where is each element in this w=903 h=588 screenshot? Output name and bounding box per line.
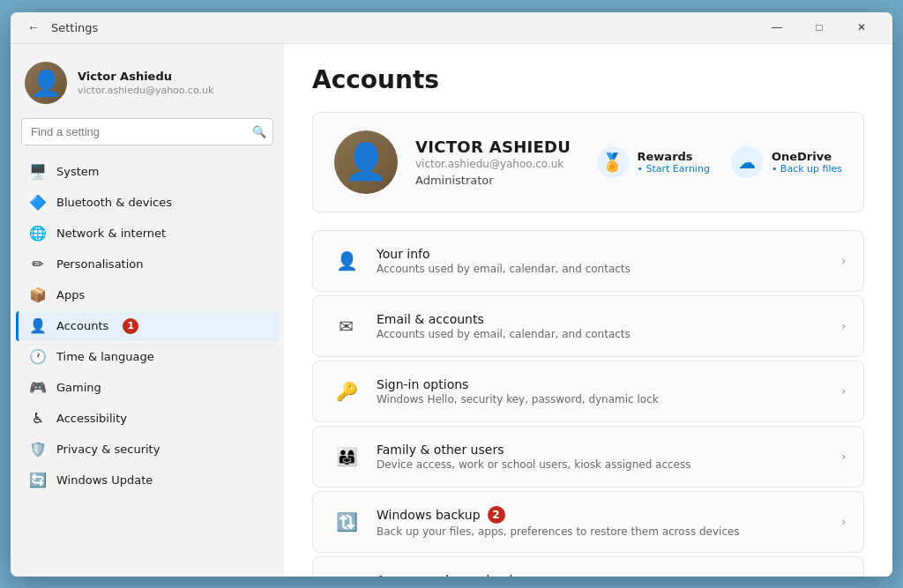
sidebar-item-bluetooth[interactable]: 🔷 Bluetooth & devices <box>16 188 279 218</box>
onedrive-icon: ☁️ <box>731 146 763 178</box>
sidebar-item-personalisation[interactable]: ✏️ Personalisation <box>16 249 279 279</box>
your-info-desc: Accounts used by email, calendar, and co… <box>377 263 827 275</box>
privacy-icon: 🛡️ <box>30 442 46 458</box>
network-icon: 🌐 <box>30 226 46 242</box>
sign-in-chevron: › <box>841 385 846 398</box>
your-info-chevron: › <box>841 255 846 267</box>
onedrive-info: OneDrive • Back up files <box>772 150 842 175</box>
badge-backup: 2 <box>488 506 505 524</box>
settings-item-backup[interactable]: 🔃 Windows backup 2 Back up your files, a… <box>312 491 864 553</box>
sidebar-item-privacy[interactable]: 🛡️ Privacy & security <box>16 435 279 465</box>
profile-card-info: VICTOR ASHIEDU victor.ashiedu@yahoo.co.u… <box>415 138 579 187</box>
settings-item-your-info[interactable]: 👤 Your info Accounts used by email, cale… <box>312 230 864 292</box>
sidebar-item-label-bluetooth: Bluetooth & devices <box>56 196 172 209</box>
sidebar-item-label-privacy: Privacy & security <box>56 443 160 456</box>
gaming-icon: 🎮 <box>30 380 46 396</box>
profile-email: victor.ashiedu@yahoo.co.uk <box>78 85 270 96</box>
sign-in-text: Sign-in options Windows Hello, security … <box>377 377 827 406</box>
profile-card-email: victor.ashiedu@yahoo.co.uk <box>415 158 579 170</box>
settings-item-family[interactable]: 👨‍👩‍👧 Family & other users Device access… <box>312 426 864 488</box>
sidebar-item-label-gaming: Gaming <box>56 381 101 394</box>
titlebar-title: Settings <box>51 21 98 34</box>
search-input[interactable] <box>21 118 273 145</box>
sidebar-item-accounts[interactable]: 👤 Accounts 1 <box>16 311 279 341</box>
main-content: Accounts 👤 VICTOR ASHIEDU victor.ashiedu… <box>284 44 892 577</box>
sidebar-item-apps[interactable]: 📦 Apps <box>16 280 279 310</box>
sidebar-item-accessibility[interactable]: ♿ Accessibility <box>16 404 279 434</box>
backup-title: Windows backup 2 <box>377 506 827 524</box>
search-icon[interactable]: 🔍 <box>252 125 266 138</box>
sidebar-item-time[interactable]: 🕐 Time & language <box>16 342 279 372</box>
profile-info: Victor Ashiedu victor.ashiedu@yahoo.co.u… <box>78 70 270 96</box>
update-icon: 🔄 <box>30 473 46 488</box>
sidebar-item-system[interactable]: 🖥️ System <box>16 157 279 187</box>
your-info-icon: 👤 <box>331 245 362 277</box>
content-area: Victor Ashiedu victor.ashiedu@yahoo.co.u… <box>11 44 892 577</box>
nav-list: 🖥️ System 🔷 Bluetooth & devices 🌐 Networ… <box>11 156 284 496</box>
maximize-button[interactable]: □ <box>799 13 840 41</box>
rewards-icon: 🏅 <box>597 146 629 178</box>
family-text: Family & other users Device access, work… <box>377 443 827 471</box>
sign-in-desc: Windows Hello, security key, password, d… <box>377 393 827 406</box>
rewards-sub: • Start Earning <box>638 163 710 175</box>
badge-accounts: 1 <box>123 318 138 334</box>
profile-card: 👤 VICTOR ASHIEDU victor.ashiedu@yahoo.co… <box>312 112 864 212</box>
backup-chevron: › <box>841 516 846 528</box>
settings-item-sign-in[interactable]: 🔑 Sign-in options Windows Hello, securit… <box>312 361 864 422</box>
settings-item-work-school[interactable]: 💼 Access work or school Organisation res… <box>312 556 864 577</box>
email-accounts-chevron: › <box>841 320 846 332</box>
your-info-title: Your info <box>377 247 827 261</box>
rewards-label: Rewards <box>638 150 710 163</box>
email-accounts-desc: Accounts used by email, calendar, and co… <box>377 328 827 340</box>
close-button[interactable]: ✕ <box>841 13 882 41</box>
sidebar-item-label-time: Time & language <box>56 350 154 363</box>
sidebar-item-label-system: System <box>56 165 99 178</box>
work-school-icon: 💼 <box>331 571 362 577</box>
family-title: Family & other users <box>377 443 827 457</box>
email-accounts-title: Email & accounts <box>377 312 827 326</box>
profile-name: Victor Ashiedu <box>78 70 270 83</box>
sign-in-title: Sign-in options <box>377 377 827 391</box>
back-button[interactable]: ← <box>21 15 46 40</box>
onedrive-sub: • Back up files <box>772 163 842 175</box>
family-chevron: › <box>841 450 846 463</box>
rewards-item[interactable]: 🏅 Rewards • Start Earning <box>597 146 710 178</box>
settings-list: 👤 Your info Accounts used by email, cale… <box>312 230 864 577</box>
your-info-text: Your info Accounts used by email, calend… <box>377 247 827 275</box>
apps-icon: 📦 <box>30 287 46 303</box>
page-title: Accounts <box>312 65 864 94</box>
sidebar-item-label-accessibility: Accessibility <box>56 412 127 425</box>
system-icon: 🖥️ <box>30 164 46 180</box>
sign-in-icon: 🔑 <box>331 376 362 407</box>
backup-icon: 🔃 <box>331 506 362 538</box>
sidebar-item-update[interactable]: 🔄 Windows Update <box>16 465 279 495</box>
sidebar-item-gaming[interactable]: 🎮 Gaming <box>16 373 279 403</box>
settings-window: ← Settings — □ ✕ Victor Ashiedu victor.a… <box>11 12 892 577</box>
onedrive-label: OneDrive <box>772 150 842 163</box>
time-icon: 🕐 <box>30 349 46 365</box>
sidebar-item-label-personalisation: Personalisation <box>56 257 144 271</box>
personalisation-icon: ✏️ <box>30 257 46 272</box>
settings-item-email-accounts[interactable]: ✉️ Email & accounts Accounts used by ema… <box>312 295 864 357</box>
rewards-info: Rewards • Start Earning <box>638 150 710 175</box>
work-school-text: Access work or school Organisation resou… <box>377 573 827 577</box>
minimize-button[interactable]: — <box>757 13 797 41</box>
window-controls: — □ ✕ <box>757 13 882 41</box>
work-school-title: Access work or school <box>377 573 827 577</box>
titlebar: ← Settings — □ ✕ <box>11 12 892 44</box>
sidebar-profile: Victor Ashiedu victor.ashiedu@yahoo.co.u… <box>11 55 284 118</box>
sidebar-item-label-update: Windows Update <box>56 473 153 487</box>
onedrive-item[interactable]: ☁️ OneDrive • Back up files <box>731 146 842 178</box>
sidebar: Victor Ashiedu victor.ashiedu@yahoo.co.u… <box>11 44 284 577</box>
profile-extras: 🏅 Rewards • Start Earning ☁️ OneDrive • … <box>597 146 842 178</box>
backup-text: Windows backup 2 Back up your files, app… <box>377 506 827 538</box>
backup-desc: Back up your files, apps, preferences to… <box>377 525 827 538</box>
email-accounts-icon: ✉️ <box>331 310 362 342</box>
bluetooth-icon: 🔷 <box>30 195 46 211</box>
search-box: 🔍 <box>21 118 273 145</box>
profile-card-avatar: 👤 <box>334 130 398 194</box>
sidebar-item-network[interactable]: 🌐 Network & internet <box>16 219 279 249</box>
email-accounts-text: Email & accounts Accounts used by email,… <box>377 312 827 340</box>
sidebar-item-label-apps: Apps <box>56 288 85 301</box>
family-desc: Device access, work or school users, kio… <box>377 458 827 471</box>
